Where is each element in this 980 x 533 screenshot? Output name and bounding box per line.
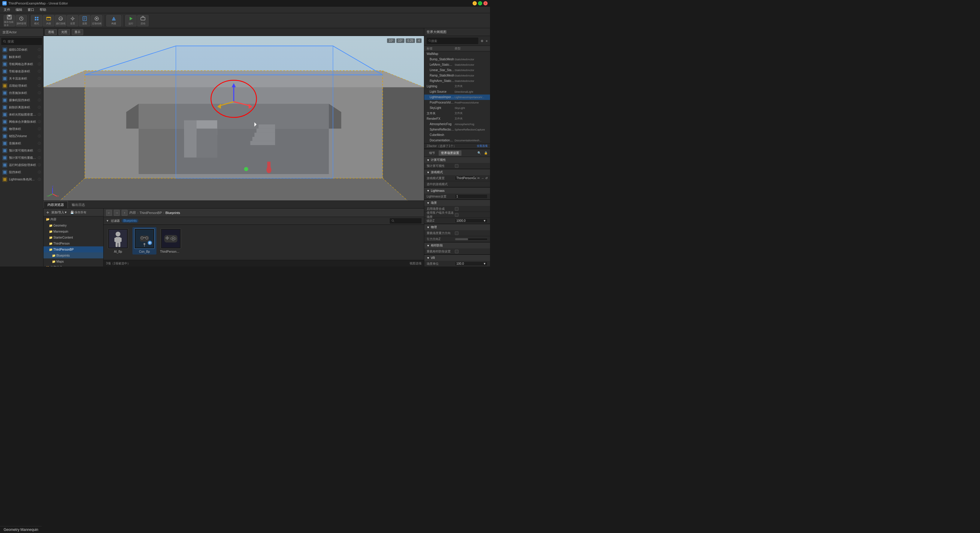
tab-output-log[interactable]: 输出日志 xyxy=(68,201,89,208)
game-mode-nav-btn[interactable]: → xyxy=(481,176,484,180)
tree-item[interactable]: 📁 Blueprints xyxy=(43,252,103,259)
outliner-item[interactable]: CubeMesh xyxy=(424,132,490,138)
tree-item[interactable]: 📁 ThirdPersonBP xyxy=(43,246,103,252)
section-vr-header[interactable]: ▼ VR xyxy=(424,255,490,261)
show-button[interactable]: 显示 xyxy=(72,29,83,35)
section-lightmass-header[interactable]: ▼ Lightmass xyxy=(424,187,490,194)
outliner-item[interactable]: Linear_Star_StaticMesh StaticMeshActor xyxy=(424,68,490,73)
modes-button[interactable]: 模式 xyxy=(31,15,42,26)
menu-window[interactable]: 窗口 xyxy=(25,7,37,13)
place-actor-item[interactable]: 摄像机阻挡体积 ⓘ xyxy=(0,97,43,104)
content-item-ai-bp[interactable]: AI_Bp xyxy=(106,227,130,254)
perspective-button[interactable]: 透视 xyxy=(45,29,57,35)
content-button[interactable]: 内容 xyxy=(43,15,54,26)
place-actor-item[interactable]: 关卡流送体积 ⓘ xyxy=(0,75,43,82)
details-search-button[interactable]: 🔍 xyxy=(477,151,481,155)
section-render-visibility-header[interactable]: ▼ 计算可视性 xyxy=(424,157,490,163)
override-gravity-checkbox[interactable] xyxy=(455,232,458,235)
tree-item[interactable]: 📁 Geometry xyxy=(43,222,103,228)
outliner-item[interactable]: Bump_StaticMesh StaticMeshActor xyxy=(424,57,490,62)
save-level-button[interactable]: 保存当前关卡 xyxy=(3,15,15,26)
place-actor-item[interactable]: 导航修改器体积 ⓘ xyxy=(0,68,43,75)
tree-item[interactable]: 📁 ThirdPerson xyxy=(43,240,103,246)
tree-item[interactable]: 📂 内容 xyxy=(43,216,103,222)
place-actor-item[interactable]: 剔除距离面体积 ⓘ xyxy=(0,104,43,111)
outliner-item[interactable]: DocumentationMesh... DocumentationMesh..… xyxy=(424,138,490,143)
place-actor-item[interactable]: 级联LOD体积 ⓘ xyxy=(0,46,43,54)
outliner-item[interactable]: PostProcessVolume PostProcessVolume xyxy=(424,100,490,105)
place-actor-item[interactable]: 远行时虚拟纹理体积 ⓘ xyxy=(0,162,43,169)
tree-item[interactable]: 📁 Maps xyxy=(43,259,103,264)
outliner-item[interactable]: RenderFX 文件夹 xyxy=(424,116,490,122)
main-viewport[interactable]: 10° 10° 0.25 4 xyxy=(43,36,424,200)
source-control-button[interactable]: 源码管理 xyxy=(16,15,27,26)
play-button[interactable]: 运行 xyxy=(125,15,137,26)
place-actors-search[interactable] xyxy=(1,38,42,45)
lit-button[interactable]: 光照 xyxy=(59,29,70,35)
tab-world-settings[interactable]: 世界场景设置 xyxy=(439,150,461,156)
outliner-item[interactable]: Ramp_StaticMesh StaticMeshActor xyxy=(424,73,490,78)
settings-button[interactable]: 设置 xyxy=(67,15,78,26)
marketplace-button[interactable]: VR 虚幻游戏 xyxy=(55,15,66,26)
nav-back-button[interactable]: ← xyxy=(106,210,112,216)
outliner-view-button[interactable]: ≡ xyxy=(485,39,489,43)
launch-button[interactable]: 启动 xyxy=(137,15,149,26)
outliner-item[interactable]: LeftArm_StaticMesh StaticMeshActor xyxy=(424,62,490,68)
world-composition-checkbox[interactable] xyxy=(455,207,458,211)
precomputed-visibility-checkbox[interactable] xyxy=(455,164,458,168)
outliner-item[interactable]: SkyLight SkyLight xyxy=(424,105,490,111)
kill-z-value[interactable]: 1000.0 ▼ xyxy=(455,219,488,223)
tab-details[interactable]: 细节 xyxy=(426,150,438,156)
place-actor-item[interactable]: Lightmass角色间接插节体积 ⓘ xyxy=(0,176,43,183)
tree-item[interactable]: 📂 引擎目录 xyxy=(43,264,103,266)
client-streaming-checkbox[interactable] xyxy=(455,213,458,217)
world-units-value[interactable]: 100.0 ▼ xyxy=(455,262,488,266)
place-actor-item[interactable]: 体积光照贴图密度体积 ⓘ xyxy=(0,111,43,118)
section-scene-header[interactable]: ▼ 场景 xyxy=(424,200,490,206)
menu-file[interactable]: 文件 xyxy=(1,7,13,13)
content-search-input[interactable] xyxy=(396,219,420,222)
menu-edit[interactable]: 编辑 xyxy=(13,7,25,13)
outliner-item[interactable]: WallMap xyxy=(424,51,490,57)
override-adjacent-checkbox[interactable] xyxy=(455,250,458,253)
outliner-item[interactable]: AtmosphericFog AtmosphericFog xyxy=(424,122,490,127)
maximize-button[interactable]: □ xyxy=(478,1,482,5)
game-mode-reset-btn[interactable]: ↺ xyxy=(485,176,488,180)
place-actor-item[interactable]: 网格体合并删除体积 ⓘ xyxy=(0,118,43,125)
blueprints-button[interactable]: 蓝图 xyxy=(79,15,91,26)
place-actor-item[interactable]: 后期处理体积 ⓘ xyxy=(0,82,43,89)
nav-forward-button[interactable]: → xyxy=(114,210,120,216)
place-actor-item[interactable]: 导航网格边界体积 ⓘ xyxy=(0,60,43,68)
view-options[interactable]: 视图选项 xyxy=(409,262,422,266)
outliner-item[interactable]: SphereReflectionCapture SphereReflection… xyxy=(424,127,490,132)
outliner-settings-button[interactable]: ⚙ xyxy=(479,39,485,43)
section-adjacent-header[interactable]: ▼ 相邻阶段 xyxy=(424,243,490,249)
minimize-button[interactable]: − xyxy=(473,1,477,5)
cinematics-button[interactable]: 过场动画 xyxy=(91,15,102,26)
build-button[interactable]: 构建 xyxy=(106,15,121,26)
content-item-con-bp[interactable]: Con_Bp xyxy=(132,227,156,254)
outliner-item[interactable]: Light Source DirectionalLight xyxy=(424,89,490,95)
details-lock-button[interactable]: 🔒 xyxy=(484,151,488,155)
place-actor-item[interactable]: 预计算可视性体积 ⓘ xyxy=(0,147,43,154)
place-actor-item[interactable]: 触发体积 ⓘ xyxy=(0,54,43,60)
content-item-gamemode[interactable]: ThirdPersonGameMode xyxy=(159,227,183,254)
place-actors-search-input[interactable] xyxy=(8,40,40,43)
place-actor-item[interactable]: 音频体积 ⓘ xyxy=(0,140,43,147)
section-physics-header[interactable]: ▼ 物理 xyxy=(424,224,490,230)
outliner-item[interactable]: LightmassImportanceVolume LightmassImpor… xyxy=(424,95,490,100)
place-actor-item[interactable]: 销毁ZVolume ⓘ xyxy=(0,133,43,140)
tree-item[interactable]: 📁 StarterContent xyxy=(43,235,103,240)
outliner-item[interactable]: RightArm_StaticMesh StaticMeshActor xyxy=(424,78,490,84)
outliner-item[interactable]: 文件夹 文件夹 xyxy=(424,111,490,116)
outliner-item[interactable]: Lighting 文件夹 xyxy=(424,84,490,89)
gravity-z-slider[interactable] xyxy=(455,238,488,240)
place-actor-item[interactable]: 预计算可视性重载体积 ⓘ xyxy=(0,154,43,162)
content-search[interactable] xyxy=(390,218,422,224)
menu-help[interactable]: 帮助 xyxy=(37,7,49,13)
place-actor-item[interactable]: 物理体积 ⓘ xyxy=(0,125,43,133)
place-actor-item[interactable]: 仿害施加体积 ⓘ xyxy=(0,89,43,97)
tree-item[interactable]: 📁 Mannequin xyxy=(43,228,103,235)
game-mode-edit-btn[interactable]: ✏ xyxy=(477,176,480,180)
game-mode-dropdown[interactable]: ThirdPersonGameMod ▼ xyxy=(455,176,476,180)
